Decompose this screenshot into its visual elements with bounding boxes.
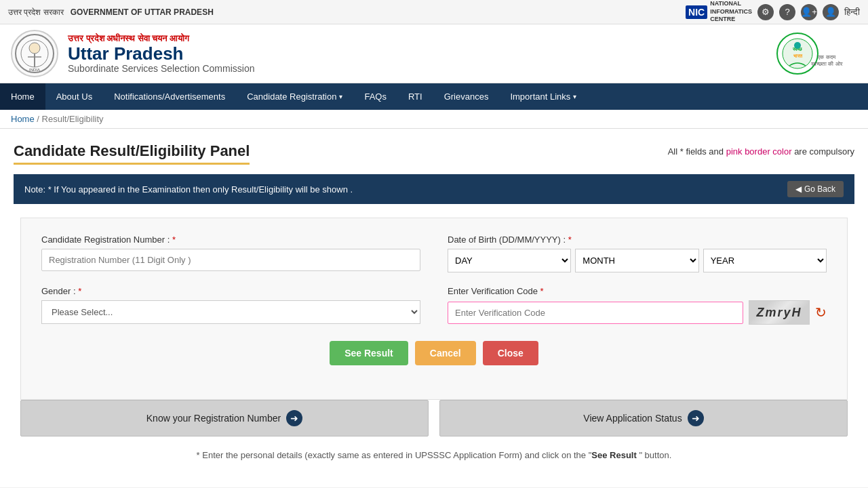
close-button[interactable]: Close	[483, 341, 538, 365]
verification-code-group: Enter Verification Code * ZmryH ↻	[448, 286, 827, 325]
user-icon[interactable]: 👤	[823, 4, 839, 20]
nav-item-about-us[interactable]: About Us	[45, 83, 103, 110]
see-result-button[interactable]: See Result	[330, 341, 408, 365]
dob-group: Date of Birth (DD/MM/YYYY) : * DAY MONTH…	[448, 235, 827, 272]
required-asterisk: *	[172, 235, 176, 245]
top-bar: उत्तर प्रदेश सरकार GOVERNMENT OF UTTAR P…	[0, 0, 868, 24]
captcha-image: ZmryH	[749, 300, 810, 325]
know-reg-arrow-icon: ➜	[286, 410, 302, 426]
dob-label: Date of Birth (DD/MM/YYYY) : *	[448, 235, 827, 245]
emblem-logo: INDIA	[11, 30, 58, 77]
captcha-refresh-button[interactable]: ↻	[815, 304, 827, 321]
nav-item-faqs[interactable]: FAQs	[353, 83, 397, 110]
top-bar-left: उत्तर प्रदेश सरकार GOVERNMENT OF UTTAR P…	[8, 7, 214, 17]
org-name: Uttar Pradesh	[68, 44, 254, 64]
dob-year-select[interactable]: YEAR	[703, 249, 827, 272]
candidate-reg-dropdown-icon: ▾	[339, 93, 342, 100]
breadcrumb-current: Result/Eligibility	[42, 114, 104, 124]
org-title-block: उत्तर प्रदेश अधीनस्थ सेवा चयन आयोग Uttar…	[68, 33, 254, 75]
breadcrumb-home-link[interactable]: Home	[11, 114, 35, 124]
nav-bar: Home About Us Notifications/Advertisemen…	[0, 83, 868, 110]
svg-text:एक कदम: एक कदम	[817, 54, 835, 60]
title-row: Candidate Result/Eligibility Panel All *…	[14, 142, 854, 174]
important-links-dropdown-icon: ▾	[573, 93, 576, 100]
help-icon[interactable]: ?	[779, 4, 795, 20]
view-application-status-button[interactable]: View Application Status ➜	[439, 400, 848, 436]
header-right: स्वच्छ भारत एक कदम स्वच्छता की ओर	[776, 32, 857, 76]
dob-required-asterisk: *	[568, 235, 572, 245]
gender-required-asterisk: *	[78, 286, 81, 296]
view-status-arrow-icon: ➜	[688, 410, 704, 426]
go-back-arrow-icon: ◀	[795, 184, 802, 194]
svg-point-2	[29, 43, 40, 54]
form-container: Candidate Registration Number : * Date o…	[20, 218, 848, 400]
verification-code-label: Enter Verification Code *	[448, 286, 827, 296]
org-subtitle: Subordinate Services Selection Commissio…	[68, 63, 254, 74]
swachh-bharat-logo: स्वच्छ भारत एक कदम स्वच्छता की ओर	[776, 32, 857, 76]
verification-row: ZmryH ↻	[448, 300, 827, 325]
link-btns-row: Know your Registration Number ➜ View App…	[20, 400, 848, 436]
registration-number-group: Candidate Registration Number : *	[41, 235, 420, 272]
nav-item-candidate-registration[interactable]: Candidate Registration ▾	[236, 83, 353, 110]
org-hindi-title: उत्तर प्रदेश अधीनस्थ सेवा चयन आयोग	[68, 33, 254, 44]
breadcrumb: Home / Result/Eligibility	[0, 110, 868, 129]
nav-item-home[interactable]: Home	[0, 83, 45, 110]
know-registration-button[interactable]: Know your Registration Number ➜	[20, 400, 429, 436]
add-user-icon[interactable]: 👤+	[801, 4, 817, 20]
registration-number-input[interactable]	[41, 249, 420, 271]
dob-day-select[interactable]: DAY	[448, 249, 571, 272]
required-note: All * fields and pink border color are c…	[668, 146, 854, 157]
svg-text:भारत: भारत	[793, 54, 803, 58]
svg-text:INDIA: INDIA	[29, 68, 40, 72]
gender-label: Gender : *	[41, 286, 420, 296]
action-buttons-row: See Result Cancel Close	[41, 341, 827, 365]
gov-hindi-text: उत्तर प्रदेश सरकार	[8, 7, 64, 17]
svg-point-10	[794, 42, 801, 49]
emblem-svg: INDIA	[14, 33, 55, 74]
main-content: Candidate Result/Eligibility Panel All *…	[0, 129, 868, 487]
nic-full-name: NATIONALINFORMATICSCENTRE	[710, 0, 752, 24]
nav-item-notifications[interactable]: Notifications/Advertisements	[103, 83, 236, 110]
nic-abbreviation: NIC	[686, 5, 707, 19]
svg-text:स्वच्छता की ओर: स्वच्छता की ओर	[810, 60, 842, 67]
dob-selects-row: DAY MONTH YEAR	[448, 249, 827, 272]
breadcrumb-separator: /	[37, 114, 41, 124]
note-text: Note: * If You appeared in the Examinati…	[24, 184, 353, 195]
nav-item-rti[interactable]: RTI	[397, 83, 433, 110]
nav-item-grievances[interactable]: Grievances	[433, 83, 500, 110]
header-left: INDIA उत्तर प्रदेश अधीनस्थ सेवा चयन आयोग…	[11, 30, 254, 77]
nic-logo: NIC NATIONALINFORMATICSCENTRE	[686, 0, 752, 24]
gender-select[interactable]: Please Select...	[41, 300, 420, 324]
page-title: Candidate Result/Eligibility Panel	[14, 142, 250, 165]
verification-code-input[interactable]	[448, 302, 743, 324]
note-bar: Note: * If You appeared in the Examinati…	[14, 174, 854, 204]
go-back-button[interactable]: ◀ Go Back	[787, 181, 844, 197]
gender-group: Gender : * Please Select...	[41, 286, 420, 325]
form-row-1: Candidate Registration Number : * Date o…	[41, 235, 827, 272]
hindi-language-btn[interactable]: हिन्दी	[844, 7, 860, 18]
registration-number-label: Candidate Registration Number : *	[41, 235, 420, 245]
header: INDIA उत्तर प्रदेश अधीनस्थ सेवा चयन आयोग…	[0, 24, 868, 83]
bottom-note: * Enter the personal details (exactly sa…	[14, 450, 854, 460]
settings-icon[interactable]: ⚙	[757, 4, 774, 20]
dob-month-select[interactable]: MONTH	[575, 249, 698, 272]
nav-item-important-links[interactable]: Important Links ▾	[499, 83, 587, 110]
gov-en-text: GOVERNMENT OF UTTAR PRADESH	[71, 7, 214, 17]
form-row-2: Gender : * Please Select... Enter Verifi…	[41, 286, 827, 325]
top-bar-right: NIC NATIONALINFORMATICSCENTRE ⚙ ? 👤+ 👤 ह…	[686, 0, 860, 24]
verification-required-asterisk: *	[540, 286, 544, 296]
cancel-button[interactable]: Cancel	[415, 341, 476, 365]
